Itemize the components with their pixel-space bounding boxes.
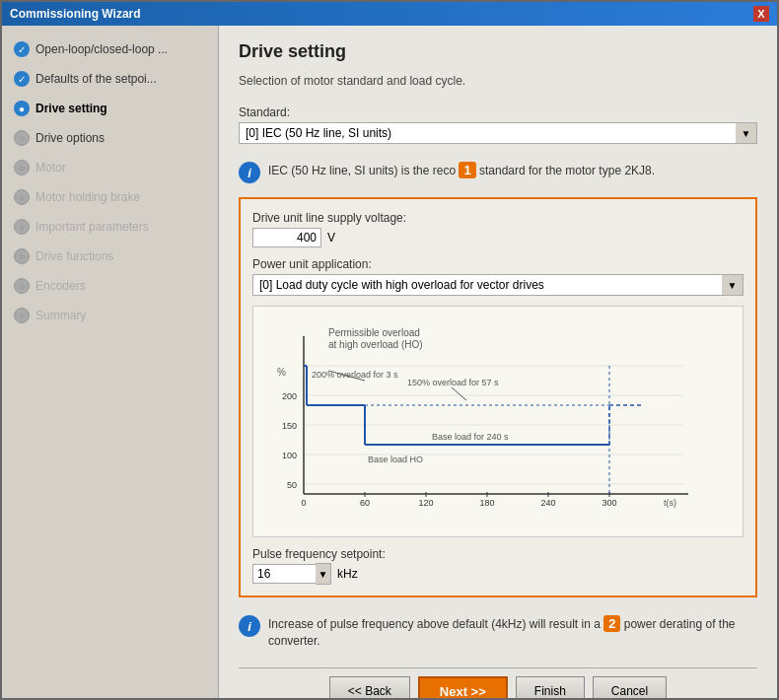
info-icon-2: i (239, 615, 260, 637)
sidebar-item-label-encoders: Encoders (35, 279, 86, 293)
sidebar-item-encoders: ○ Encoders (2, 272, 218, 300)
power-unit-select-wrapper: [0] Load duty cycle with high overload f… (252, 274, 744, 296)
sidebar-item-drive-setting[interactable]: ● Drive setting (2, 95, 218, 122)
sidebar-item-label-drive-setting: Drive setting (35, 102, 107, 115)
step-icon-motor: ○ (14, 160, 30, 175)
finish-button[interactable]: Finish (516, 676, 585, 698)
info-box-2: i Increase of pulse frequency above defa… (239, 607, 757, 658)
sidebar-item-label-defaults: Defaults of the setpoi... (35, 72, 157, 86)
standard-select[interactable]: [0] IEC (50 Hz line, SI units) [1] NEMA … (239, 122, 757, 144)
close-button[interactable]: X (753, 6, 769, 22)
orange-section: Drive unit line supply voltage: V Power … (239, 197, 757, 597)
page-title: Drive setting (239, 41, 757, 62)
pulse-freq-row: 4 8 16 32 ▼ kHz (252, 564, 744, 584)
info-text-1: IEC (50 Hz line, SI units) is the reco 1… (268, 162, 655, 179)
step-icon-drive-functions: ○ (14, 248, 30, 264)
sidebar-item-label-drive-functions: Drive functions (35, 249, 113, 263)
voltage-unit: V (327, 231, 335, 245)
sidebar-item-drive-options[interactable]: ○ Drive options (2, 124, 218, 152)
svg-text:150% overload for 57 s: 150% overload for 57 s (407, 378, 499, 387)
svg-text:at high overload (HO): at high overload (HO) (328, 339, 423, 350)
sidebar-item-label-motor-holding-brake: Motor holding brake (35, 190, 140, 204)
svg-text:60: 60 (360, 498, 370, 508)
pulse-freq-select[interactable]: 4 8 16 32 (252, 564, 331, 584)
button-row: << Back Next >> Finish Cancel (239, 667, 757, 698)
info-icon-1: i (239, 162, 260, 183)
sidebar-item-summary: ○ Summary (2, 302, 218, 329)
badge-1: 1 (459, 162, 475, 178)
svg-text:180: 180 (479, 498, 494, 508)
step-icon-drive-setting: ● (14, 101, 30, 116)
svg-text:240: 240 (540, 498, 555, 508)
svg-text:Base load for 240 s: Base load for 240 s (432, 432, 509, 442)
standard-select-wrapper: [0] IEC (50 Hz line, SI units) [1] NEMA … (239, 122, 757, 144)
chart-container: % Permissible overload at high overload … (252, 306, 744, 537)
content-area: ✓ Open-loop/closed-loop ... ✓ Defaults o… (2, 26, 777, 698)
sidebar-item-motor-holding-brake: ○ Motor holding brake (2, 183, 218, 211)
main-panel: Drive setting Selection of motor standar… (219, 26, 777, 698)
svg-text:150: 150 (282, 421, 297, 431)
sidebar-item-label-drive-options: Drive options (35, 131, 105, 145)
svg-text:100: 100 (282, 451, 297, 460)
next-button[interactable]: Next >> (418, 676, 508, 698)
svg-text:50: 50 (287, 480, 297, 490)
info-text-2: Increase of pulse frequency above defaul… (268, 615, 757, 650)
cancel-button[interactable]: Cancel (593, 676, 667, 698)
svg-text:t(s): t(s) (664, 498, 676, 508)
step-icon-defaults: ✓ (14, 71, 30, 87)
step-icon-summary: ○ (14, 308, 30, 323)
back-button[interactable]: << Back (329, 676, 410, 698)
power-unit-select[interactable]: [0] Load duty cycle with high overload f… (252, 274, 744, 296)
svg-text:300: 300 (602, 498, 616, 508)
power-unit-label: Power unit application: (252, 257, 744, 271)
svg-line-36 (452, 387, 466, 400)
step-icon-motor-holding-brake: ○ (14, 189, 30, 205)
voltage-section: Drive unit line supply voltage: V (252, 211, 744, 247)
commissioning-wizard-window: Commissioning Wizard X ✓ Open-loop/close… (0, 0, 779, 700)
voltage-row: V (252, 228, 744, 247)
sidebar-item-drive-functions: ○ Drive functions (2, 243, 218, 270)
step-icon-important-params: ○ (14, 219, 30, 235)
titlebar: Commissioning Wizard X (2, 2, 777, 26)
power-unit-section: Power unit application: [0] Load duty cy… (252, 257, 744, 296)
window-title: Commissioning Wizard (10, 7, 141, 21)
svg-text:0: 0 (301, 498, 306, 508)
info-box-1: i IEC (50 Hz line, SI units) is the reco… (239, 158, 757, 187)
svg-text:Permissible overload: Permissible overload (328, 327, 420, 338)
standard-section: Standard: [0] IEC (50 Hz line, SI units)… (239, 105, 757, 144)
svg-text:Base load HO: Base load HO (368, 455, 423, 464)
step-icon-encoders: ○ (14, 278, 30, 294)
pulse-freq-label: Pulse frequency setpoint: (252, 547, 744, 561)
sidebar: ✓ Open-loop/closed-loop ... ✓ Defaults o… (2, 26, 219, 698)
svg-text:120: 120 (418, 498, 433, 508)
sidebar-item-motor: ○ Motor (2, 154, 218, 181)
standard-label: Standard: (239, 105, 757, 119)
sidebar-item-label-motor: Motor (35, 161, 66, 175)
voltage-input[interactable] (252, 228, 321, 247)
step-icon-drive-options: ○ (14, 130, 30, 146)
step-icon-open-loop: ✓ (14, 41, 30, 57)
svg-text:200% overload for 3 s: 200% overload for 3 s (312, 370, 398, 380)
sidebar-item-open-loop[interactable]: ✓ Open-loop/closed-loop ... (2, 35, 218, 63)
pulse-freq-select-wrapper: 4 8 16 32 ▼ (252, 564, 331, 584)
pulse-freq-section: Pulse frequency setpoint: 4 8 16 32 ▼ kH… (252, 547, 744, 584)
pulse-freq-unit: kHz (337, 567, 358, 581)
sidebar-item-label-summary: Summary (35, 309, 86, 322)
svg-text:200: 200 (282, 391, 297, 401)
badge-2: 2 (603, 615, 620, 632)
sidebar-item-label-open-loop: Open-loop/closed-loop ... (35, 42, 168, 56)
overload-chart: % Permissible overload at high overload … (269, 316, 703, 524)
svg-text:%: % (277, 367, 286, 378)
sidebar-item-defaults[interactable]: ✓ Defaults of the setpoi... (2, 65, 218, 93)
voltage-label: Drive unit line supply voltage: (252, 211, 744, 225)
sidebar-item-label-important-params: Important parameters (35, 220, 149, 234)
sidebar-item-important-params: ○ Important parameters (2, 213, 218, 241)
page-subtitle: Selection of motor standard and load cyc… (239, 74, 757, 88)
